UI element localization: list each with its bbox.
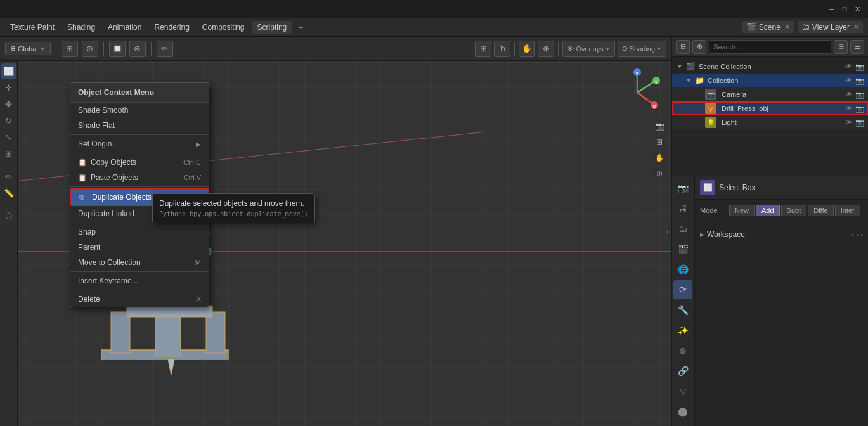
duplicate-icon: ⧉	[79, 193, 89, 202]
move-tool[interactable]: ✥	[1, 96, 16, 112]
viewport-pan-btn[interactable]: ✋	[519, 41, 535, 57]
outliner-mode-btn[interactable]: ⊕	[692, 40, 706, 54]
menu-compositing[interactable]: Compositing	[197, 21, 250, 34]
context-item-copy-objects[interactable]: 📋 Copy Objects Ctrl C	[70, 155, 209, 170]
context-item-set-origin[interactable]: Set Origin... ▶	[70, 136, 209, 152]
mesh-vis-icon[interactable]: 👁	[844, 105, 853, 113]
context-item-delete[interactable]: Delete X	[70, 292, 209, 307]
viewport-gizmo[interactable]: Z Y X	[612, 67, 663, 118]
menu-rendering[interactable]: Rendering	[149, 21, 194, 34]
ortho-view-btn[interactable]: ⊞	[652, 135, 666, 149]
context-item-paste-objects[interactable]: 📋 Paste Objects Ctrl V	[70, 170, 209, 185]
outliner-search-input[interactable]	[709, 40, 831, 54]
maximize-button[interactable]: □	[839, 3, 850, 15]
menu-shading[interactable]: Shading	[62, 21, 100, 34]
context-item-parent[interactable]: Parent	[70, 240, 209, 255]
camera-row-actions: 👁 📷	[844, 91, 864, 99]
camera-view-btn[interactable]: 📷	[652, 119, 666, 133]
scene-collection-row[interactable]: ▼ 🎬 Scene Collection 👁 📷	[672, 60, 868, 74]
toolbar-separator-5	[558, 42, 559, 56]
scale-tool[interactable]: ⤡	[1, 129, 16, 145]
collection-icon: 📁	[695, 76, 705, 85]
context-item-shade-flat[interactable]: Shade Flat	[70, 118, 209, 133]
collection-row[interactable]: ▼ 📁 Collection 👁 📷	[672, 74, 868, 87]
minimize-button[interactable]: ─	[826, 3, 838, 15]
transform-orient-btn[interactable]: ⊞	[62, 41, 78, 57]
mesh-row[interactable]: ▽ Drill_Press_obj 👁 📷	[672, 101, 868, 115]
context-item-snap[interactable]: Snap	[70, 224, 209, 240]
proportional-edit-btn[interactable]: ⊗	[129, 41, 146, 57]
prop-object-icon[interactable]: ⟳	[673, 280, 692, 299]
prop-world-icon[interactable]: 🌐	[673, 260, 692, 279]
grease-pencil-btn[interactable]: ✏	[157, 41, 173, 57]
prop-constraints-icon[interactable]: 🔗	[673, 361, 692, 380]
prop-render-icon[interactable]: 📷	[673, 179, 692, 198]
outliner-view-btn[interactable]: ⊞	[676, 40, 690, 54]
prop-scene-icon[interactable]: 🎬	[673, 240, 692, 259]
mode-diffe-btn[interactable]: Diffe	[808, 205, 833, 216]
pan-view-btn[interactable]: ✋	[652, 151, 666, 165]
light-render-icon[interactable]: 📷	[855, 119, 864, 127]
context-item-shade-smooth[interactable]: Shade Smooth	[70, 103, 209, 118]
collection-render-icon[interactable]: 📷	[855, 77, 864, 85]
mesh-render-icon[interactable]: 📷	[855, 105, 864, 113]
cursor-tool[interactable]: ✛	[1, 80, 16, 95]
camera-row[interactable]: 📷 Camera 👁 📷	[672, 87, 868, 101]
context-item-move-collection[interactable]: Move to Collection M	[70, 255, 209, 270]
camera-render-icon-2[interactable]: 📷	[855, 91, 864, 99]
prop-material-icon[interactable]: ⬤	[673, 402, 692, 421]
prop-output-icon[interactable]: 🖨	[673, 199, 692, 218]
overlays-btn[interactable]: 👁 Overlays ▼	[562, 41, 614, 57]
outliner-menu-btn[interactable]: ☰	[850, 40, 864, 54]
pivot-point-btn[interactable]: ⊙	[82, 41, 98, 57]
menu-texture-paint[interactable]: Texture Paint	[5, 21, 60, 34]
mode-new-btn[interactable]: New	[729, 205, 755, 216]
close-button[interactable]: ✕	[852, 3, 863, 15]
scene-close-icon[interactable]: ✕	[784, 23, 790, 31]
mode-add-btn[interactable]: Add	[756, 205, 780, 216]
view-layer-selector[interactable]: 🗂 View Layer ✕	[798, 21, 863, 33]
paste-icon: 📋	[78, 174, 88, 182]
prop-view-layer-icon[interactable]: 🗂	[673, 219, 692, 238]
snap-label: Snap	[78, 228, 96, 236]
prop-physics-icon[interactable]: ⊛	[673, 341, 692, 360]
menu-add-button[interactable]: +	[294, 21, 307, 34]
light-row[interactable]: 💡 Light 👁 📷	[672, 115, 868, 129]
scene-vis-icon[interactable]: 👁	[844, 63, 853, 71]
snap-btn[interactable]: 🔲	[109, 41, 126, 57]
outliner-filter-btn[interactable]: ⊞	[834, 40, 848, 54]
panel-toggle-btn[interactable]: ‹	[664, 222, 671, 241]
svg-text:X: X	[652, 104, 656, 110]
camera-vis-icon[interactable]: 👁	[844, 91, 853, 99]
measure-tool[interactable]: 📏	[1, 185, 16, 200]
separator-1	[70, 134, 209, 135]
transform-tool[interactable]: ⊞	[1, 146, 16, 161]
mode-subt-btn[interactable]: Subt	[781, 205, 807, 216]
collection-vis-icon[interactable]: 👁	[844, 77, 853, 85]
scene-selector[interactable]: 🎬 Scene ✕	[742, 21, 794, 33]
workspace-header[interactable]: ▶ Workspace • • •	[700, 228, 863, 242]
context-item-insert-keyframe[interactable]: Insert Keyframe... I	[70, 273, 209, 288]
global-transform-btn[interactable]: ⊕ Global ▼	[5, 42, 51, 55]
view-layer-close-icon[interactable]: ✕	[853, 23, 859, 31]
add-cube-tool[interactable]: ⬡	[1, 208, 16, 223]
shading-btn[interactable]: ⊙ Shading ▼	[618, 41, 666, 57]
select-box-tool[interactable]: ⬜	[1, 63, 16, 79]
viewport-rotate-btn[interactable]: ⊕	[538, 41, 554, 57]
duplicate-linked-label: Duplicate Linked	[78, 209, 134, 218]
prop-particles-icon[interactable]: ✨	[673, 321, 692, 340]
scene-render-icon[interactable]: 📷	[855, 63, 864, 71]
prop-data-icon[interactable]: ▽	[673, 382, 692, 401]
prop-modifier-icon[interactable]: 🔧	[673, 300, 692, 320]
menu-scripting[interactable]: Scripting	[252, 21, 292, 34]
zoom-view-btn[interactable]: ⊕	[652, 167, 666, 181]
collection-expand-icon: ▼	[685, 77, 692, 84]
viewport-mini-toolbar: 📷 ⊞ ✋ ⊕	[652, 119, 666, 181]
viewport-display-btn[interactable]: ⊞	[475, 41, 491, 57]
light-vis-icon[interactable]: 👁	[844, 119, 853, 127]
rotate-tool[interactable]: ↻	[1, 113, 16, 128]
annotate-tool[interactable]: ✏	[1, 169, 16, 184]
menu-animation[interactable]: Animation	[103, 21, 146, 34]
viewport-gizmo-btn[interactable]: 🖱	[494, 41, 510, 57]
mode-inter-btn[interactable]: Inter	[835, 205, 860, 216]
